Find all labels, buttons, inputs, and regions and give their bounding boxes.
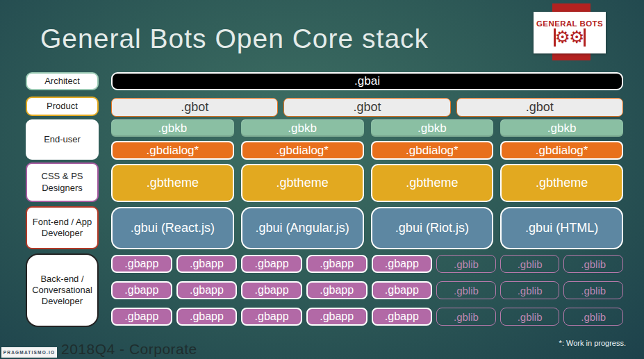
gbkb-box: .gbkb (500, 119, 623, 137)
gbui-html-box: .gbui (HTML) (500, 207, 623, 249)
role-label-frontend-app-developer: Font-end / App Developer (26, 206, 99, 249)
gbdialog-box: .gbdialog* (241, 141, 364, 160)
footer-version-text: 2018Q4 - Corporate (61, 341, 197, 358)
gblib-box: .gblib (563, 308, 623, 326)
row-gbtheme: .gbtheme .gbtheme .gbtheme .gbtheme (111, 164, 623, 202)
gear-icon: ⚙ (555, 28, 570, 46)
gbapp-box: .gbapp (111, 308, 172, 326)
gbtheme-box: .gbtheme (371, 164, 494, 202)
gbdialog-box: .gbdialog* (111, 141, 234, 160)
gblib-box: .gblib (436, 308, 496, 326)
gbapp-box: .gbapp (111, 281, 172, 299)
row-backend-1: .gbapp .gbapp .gbapp .gbapp .gbapp .gbli… (111, 255, 623, 273)
row-backend-3: .gbapp .gbapp .gbapp .gbapp .gbapp .gbli… (111, 308, 623, 326)
slide: General Bots Open Core stack GENERAL BOT… (0, 0, 644, 359)
gbapp-box: .gbapp (241, 281, 302, 299)
gblib-box: .gblib (500, 308, 560, 326)
gbapp-box: .gbapp (306, 308, 368, 326)
gblib-box: .gblib (436, 255, 496, 273)
gbdialog-box: .gbdialog* (500, 141, 623, 160)
gblib-box: .gblib (563, 281, 623, 299)
gbapp-box: .gbapp (176, 255, 238, 273)
gbkb-box: .gbkb (241, 119, 364, 137)
page-title: General Bots Open Core stack (40, 24, 429, 54)
row-gbai: .gbai (111, 72, 623, 90)
gbapp-box: .gbapp (306, 281, 368, 299)
gbapp-box: .gbapp (372, 308, 433, 326)
gear-icon: ⚙ (569, 28, 584, 46)
gbui-react-box: .gbui (React.js) (111, 207, 234, 249)
gbui-riot-box: .gbui (Riot.js) (371, 207, 494, 249)
gblib-box: .gblib (500, 255, 560, 273)
work-in-progress-footnote: *: Work in progress. (559, 339, 626, 347)
gblib-box: .gblib (563, 255, 623, 273)
gbapp-box: .gbapp (176, 308, 238, 326)
pragmatismo-badge: PRAGMATISMO.IO (1, 347, 57, 358)
gbkb-box: .gbkb (371, 119, 494, 137)
gbapp-box: .gbapp (372, 255, 433, 273)
role-label-architect: Architect (26, 72, 99, 90)
gblib-box: .gblib (436, 281, 496, 299)
gbapp-box: .gbapp (241, 255, 302, 273)
role-label-css-ps-designers: CSS & PS Designers (26, 162, 99, 202)
row-gbkb: .gbkb .gbkb .gbkb .gbkb (111, 119, 623, 137)
role-label-backend-conversational-developer: Back-end / Conversational Developer (26, 253, 99, 327)
gbot-box: .gbot (456, 98, 623, 117)
logo-brand-text: GENERAL BOTS (536, 19, 603, 28)
row-gbui: .gbui (React.js) .gbui (Angular.js) .gbu… (111, 207, 623, 249)
gblib-box: .gblib (500, 281, 560, 299)
stack-diagram: Architect Product End-user CSS & PS Desi… (26, 72, 623, 329)
row-gbdialog: .gbdialog* .gbdialog* .gbdialog* .gbdial… (111, 141, 623, 160)
gbai-box: .gbai (111, 72, 623, 90)
row-backend-2: .gbapp .gbapp .gbapp .gbapp .gbapp .gbli… (111, 281, 623, 299)
gbapp-box: .gbapp (306, 255, 368, 273)
gbtheme-box: .gbtheme (111, 164, 234, 202)
row-gbot: .gbot .gbot .gbot (111, 98, 623, 117)
gbapp-box: .gbapp (372, 281, 433, 299)
gbapp-box: .gbapp (111, 255, 172, 273)
gbot-box: .gbot (283, 98, 450, 117)
gbui-angular-box: .gbui (Angular.js) (241, 207, 364, 249)
role-label-end-user: End-user (26, 119, 99, 160)
gbdialog-box: .gbdialog* (371, 141, 494, 160)
gbtheme-box: .gbtheme (241, 164, 364, 202)
gear-bar-right (584, 28, 586, 47)
general-bots-logo: GENERAL BOTS ⚙ ⚙ (534, 12, 606, 53)
gbapp-box: .gbapp (176, 281, 238, 299)
gbapp-box: .gbapp (241, 308, 302, 326)
gbot-box: .gbot (111, 98, 278, 117)
gears-icon: ⚙ ⚙ (554, 28, 586, 47)
gbkb-box: .gbkb (111, 119, 234, 137)
gbtheme-box: .gbtheme (500, 164, 623, 202)
role-label-product: Product (26, 97, 99, 116)
